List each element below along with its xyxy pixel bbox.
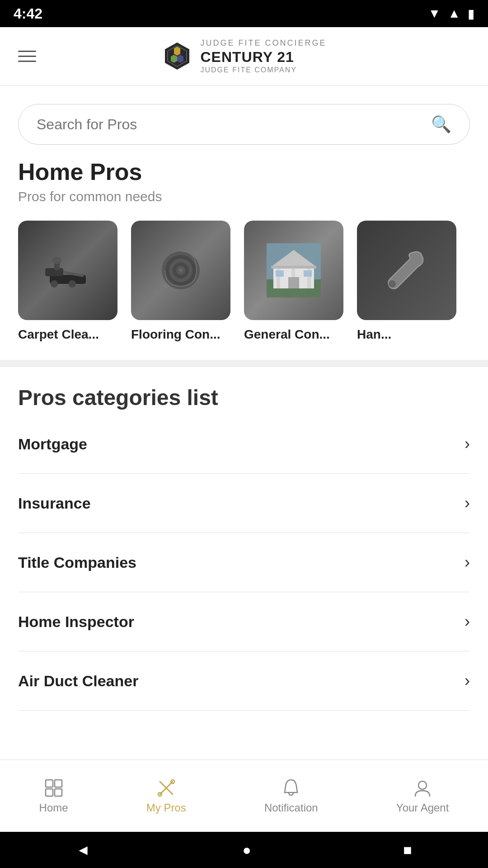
pro-card-carpet-label: Carpet Clea... bbox=[18, 327, 117, 342]
svg-rect-6 bbox=[45, 268, 63, 276]
nav-home-label: Home bbox=[39, 802, 68, 814]
category-mortgage[interactable]: Mortgage › bbox=[18, 415, 470, 474]
logo-text: JUDGE FITE CONCIERGE CENTURY 21 Judge Fi… bbox=[200, 38, 326, 74]
svg-rect-32 bbox=[46, 789, 53, 796]
hamburger-line-3 bbox=[18, 61, 36, 62]
pro-card-flooring[interactable]: Flooring Con... bbox=[131, 221, 230, 342]
hamburger-menu[interactable] bbox=[18, 51, 36, 62]
svg-point-9 bbox=[69, 280, 76, 288]
svg-point-17 bbox=[179, 269, 183, 272]
battery-icon: ▮ bbox=[468, 6, 474, 21]
svg-rect-30 bbox=[46, 780, 53, 787]
categories-section: Pros categories list Mortgage › Insuranc… bbox=[0, 367, 488, 760]
android-nav-bar: ◄ ● ■ bbox=[0, 832, 488, 868]
svg-rect-25 bbox=[288, 277, 299, 288]
logo-century-text: CENTURY 21 bbox=[200, 48, 326, 66]
nav-mypros[interactable]: My Pros bbox=[137, 774, 195, 819]
pro-card-flooring-label: Flooring Con... bbox=[131, 327, 230, 342]
category-air-duct[interactable]: Air Duct Cleaner › bbox=[18, 651, 470, 711]
svg-point-29 bbox=[389, 280, 396, 288]
pro-card-flooring-image bbox=[131, 221, 230, 320]
home-nav-icon bbox=[44, 778, 64, 798]
chevron-title-icon: › bbox=[465, 553, 470, 572]
category-home-inspector[interactable]: Home Inspector › bbox=[18, 592, 470, 651]
home-pros-title: Home Pros bbox=[18, 158, 470, 185]
pro-card-handy-label: Han... bbox=[357, 327, 456, 342]
nav-notification-label: Notification bbox=[264, 802, 318, 814]
cards-row: Carpet Clea... Flooring Co bbox=[18, 221, 470, 342]
category-insurance-label: Insurance bbox=[18, 495, 91, 512]
pro-card-general[interactable]: General Con... bbox=[244, 221, 343, 342]
home-pros-subtitle: Pros for common needs bbox=[18, 189, 470, 204]
category-mortgage-label: Mortgage bbox=[18, 435, 87, 453]
svg-rect-28 bbox=[271, 266, 316, 269]
wifi-icon: ▼ bbox=[428, 6, 441, 21]
pro-card-handy[interactable]: Han... bbox=[357, 221, 456, 342]
nav-your-agent-label: Your Agent bbox=[396, 802, 449, 814]
main-content: 🔍 Home Pros Pros for common needs bbox=[0, 86, 488, 760]
tool-icon bbox=[380, 243, 434, 297]
svg-rect-27 bbox=[304, 270, 312, 277]
pro-card-carpet-image bbox=[18, 221, 117, 320]
android-back-button[interactable]: ◄ bbox=[76, 842, 90, 859]
hamburger-line-1 bbox=[18, 51, 36, 52]
status-time: 4:42 bbox=[14, 5, 42, 22]
notification-nav-icon bbox=[281, 778, 301, 798]
chevron-inspector-icon: › bbox=[465, 612, 470, 631]
status-bar: 4:42 ▼ ▲ ▮ bbox=[0, 0, 488, 27]
category-title-companies-label: Title Companies bbox=[18, 554, 136, 571]
svg-point-8 bbox=[51, 280, 58, 288]
pro-card-carpet[interactable]: Carpet Clea... bbox=[18, 221, 117, 342]
svg-marker-2 bbox=[174, 47, 180, 56]
vacuum-icon bbox=[41, 243, 95, 297]
category-insurance[interactable]: Insurance › bbox=[18, 474, 470, 533]
nav-mypros-label: My Pros bbox=[146, 802, 186, 814]
search-box[interactable]: 🔍 bbox=[18, 104, 470, 145]
house-icon bbox=[267, 243, 321, 297]
category-title-companies[interactable]: Title Companies › bbox=[18, 533, 470, 592]
svg-point-38 bbox=[418, 781, 427, 789]
logo-sub-text: Judge Fite Company bbox=[200, 66, 326, 74]
hamburger-line-2 bbox=[18, 56, 36, 57]
search-icon[interactable]: 🔍 bbox=[431, 115, 451, 134]
logo-judge-fite-text: JUDGE FITE CONCIERGE bbox=[200, 38, 326, 48]
youragent-nav-icon bbox=[413, 778, 432, 798]
signal-icon: ▲ bbox=[448, 6, 460, 21]
nav-home[interactable]: Home bbox=[30, 774, 77, 819]
pro-card-handy-image bbox=[357, 221, 456, 320]
status-icons: ▼ ▲ ▮ bbox=[428, 6, 474, 21]
pro-card-general-image bbox=[244, 221, 343, 320]
bottom-nav: Home My Pros Notification Your Agent bbox=[0, 760, 488, 832]
separator bbox=[0, 360, 488, 367]
header: JUDGE FITE CONCIERGE CENTURY 21 Judge Fi… bbox=[0, 27, 488, 86]
svg-rect-31 bbox=[55, 780, 62, 787]
nav-notification[interactable]: Notification bbox=[255, 774, 327, 819]
pro-card-general-label: General Con... bbox=[244, 327, 343, 342]
mypros-nav-icon bbox=[156, 778, 176, 798]
flooring-roll-icon bbox=[154, 243, 208, 297]
category-air-duct-label: Air Duct Cleaner bbox=[18, 672, 138, 690]
chevron-mortgage-icon: › bbox=[465, 434, 470, 453]
chevron-air-duct-icon: › bbox=[465, 671, 470, 690]
svg-rect-33 bbox=[55, 789, 62, 796]
search-input[interactable] bbox=[37, 116, 431, 133]
category-home-inspector-label: Home Inspector bbox=[18, 613, 134, 631]
nav-your-agent[interactable]: Your Agent bbox=[387, 774, 458, 819]
logo: JUDGE FITE CONCIERGE CENTURY 21 Judge Fi… bbox=[161, 38, 326, 74]
home-pros-section: Home Pros Pros for common needs Carp bbox=[0, 158, 488, 360]
logo-hexagon-icon bbox=[161, 40, 193, 72]
search-section: 🔍 bbox=[0, 86, 488, 158]
svg-rect-26 bbox=[276, 270, 284, 277]
categories-title: Pros categories list bbox=[18, 385, 470, 410]
chevron-insurance-icon: › bbox=[465, 494, 470, 513]
android-recent-button[interactable]: ■ bbox=[403, 842, 412, 859]
svg-point-11 bbox=[52, 257, 61, 264]
android-home-button[interactable]: ● bbox=[242, 842, 251, 859]
